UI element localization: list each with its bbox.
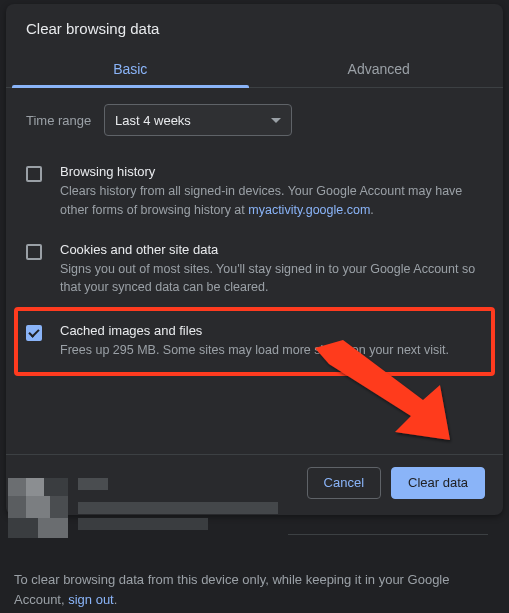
time-range-select[interactable]: Last 4 weeks bbox=[104, 104, 292, 136]
checkbox-cookies[interactable] bbox=[26, 244, 42, 260]
sign-out-link[interactable]: sign out bbox=[68, 592, 114, 607]
item-title: Cached images and files bbox=[60, 323, 483, 338]
item-title: Cookies and other site data bbox=[60, 242, 483, 257]
tab-advanced[interactable]: Advanced bbox=[255, 51, 504, 87]
checkbox-cache[interactable] bbox=[26, 325, 42, 341]
time-range-label: Time range bbox=[26, 113, 104, 128]
background-blur bbox=[8, 478, 501, 560]
items-list: Browsing history Clears history from all… bbox=[6, 142, 503, 454]
item-desc: Signs you out of most sites. You'll stay… bbox=[60, 260, 483, 298]
item-browsing-history: Browsing history Clears history from all… bbox=[26, 152, 483, 230]
clear-browsing-data-dialog: Clear browsing data Basic Advanced Time … bbox=[6, 4, 503, 515]
tabs: Basic Advanced bbox=[6, 51, 503, 88]
time-range-row: Time range Last 4 weeks bbox=[6, 88, 503, 142]
item-desc: Frees up 295 MB. Some sites may load mor… bbox=[60, 341, 483, 360]
item-cache: Cached images and files Frees up 295 MB.… bbox=[26, 319, 483, 364]
dialog-title: Clear browsing data bbox=[6, 4, 503, 51]
item-title: Browsing history bbox=[60, 164, 483, 179]
tab-basic[interactable]: Basic bbox=[6, 51, 255, 87]
item-cookies: Cookies and other site data Signs you ou… bbox=[26, 230, 483, 308]
highlight-annotation: Cached images and files Frees up 295 MB.… bbox=[14, 307, 495, 376]
footer-text: To clear browsing data from this device … bbox=[14, 570, 495, 609]
checkbox-browsing-history[interactable] bbox=[26, 166, 42, 182]
myactivity-link[interactable]: myactivity.google.com bbox=[248, 203, 370, 217]
time-range-value: Last 4 weeks bbox=[115, 113, 191, 128]
item-desc: Clears history from all signed-in device… bbox=[60, 182, 483, 220]
chevron-down-icon bbox=[271, 118, 281, 123]
